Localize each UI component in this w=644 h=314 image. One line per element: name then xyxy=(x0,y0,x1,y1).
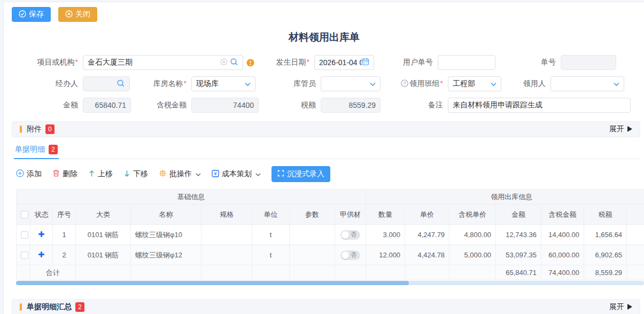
attachments-label: 附件 xyxy=(27,124,42,134)
expand-row-plus-icon[interactable] xyxy=(38,231,45,239)
owner-supplied-toggle[interactable]: 否 xyxy=(340,250,360,260)
expand-row-plus-icon[interactable] xyxy=(38,252,45,260)
date-value: 2026-01-04 0 xyxy=(319,58,361,67)
arrow-down-icon xyxy=(123,170,130,179)
clear-icon[interactable] xyxy=(220,58,228,67)
add-row-button[interactable]: 添加 xyxy=(16,169,42,179)
detail-tabs: 单据明细 2 xyxy=(14,145,640,159)
cell-owner-supplied: 否 xyxy=(335,245,366,265)
search-icon[interactable] xyxy=(117,79,125,89)
required-star: * xyxy=(184,79,187,88)
save-button[interactable]: 保存 xyxy=(12,7,51,22)
cell-qty[interactable]: 12.000 xyxy=(366,245,405,265)
cell-extra[interactable] xyxy=(627,245,644,265)
cell-param[interactable] xyxy=(290,245,335,265)
recipient-label: 领用人 xyxy=(501,79,550,89)
horizontal-scrollbar-thumb[interactable] xyxy=(16,281,409,285)
cell-checkbox xyxy=(17,225,30,245)
select-all-checkbox[interactable] xyxy=(21,211,28,218)
column-header: 单位 xyxy=(252,205,290,225)
orange-bar-icon xyxy=(20,125,22,133)
summary-section-bar: 单据明细汇总 2 展开 xyxy=(12,299,640,314)
info-icon[interactable] xyxy=(246,59,254,67)
cell-name[interactable]: 螺纹三级钢φ10 xyxy=(131,225,201,245)
total-amount-tax: 74,400.00 xyxy=(541,265,584,280)
search-icon[interactable] xyxy=(230,58,238,68)
row-checkbox[interactable] xyxy=(21,252,28,259)
detail-table-wrap: 基础信息领用出库信息状态序号大类名称规格单位参数甲供材数量单价含税单价金额含税金… xyxy=(16,189,644,285)
doc-no-label: 单号 xyxy=(495,58,561,67)
row-checkbox[interactable] xyxy=(21,231,28,239)
cost-planning-button[interactable]: ¥ 成本策划 xyxy=(212,169,261,179)
move-down-button[interactable]: 下移 xyxy=(123,169,148,179)
horizontal-scrollbar-track[interactable] xyxy=(16,281,644,285)
cell-seq[interactable]: 1 xyxy=(53,225,76,245)
cell-qty[interactable]: 3.000 xyxy=(366,225,405,245)
cell-tax[interactable]: 6,902.65 xyxy=(584,245,627,265)
recipient-select[interactable] xyxy=(550,76,624,91)
cell-amount_tax[interactable]: 14,400.00 xyxy=(541,225,584,245)
cell-category[interactable]: 0101 钢筋 xyxy=(76,245,131,265)
tab-detail[interactable]: 单据明细 2 xyxy=(14,145,59,159)
expand-label: 展开 xyxy=(609,302,624,312)
cell-spec[interactable] xyxy=(201,225,252,245)
warehouse-select[interactable]: 现场库 xyxy=(191,76,255,91)
calendar-icon[interactable] xyxy=(361,58,369,67)
trash-icon xyxy=(52,169,60,179)
cell-spec[interactable] xyxy=(201,245,252,265)
cell-price_tax[interactable]: 5,000.00 xyxy=(449,245,496,265)
remark-input[interactable]: 来自材料领用申请跟踪生成 xyxy=(448,98,631,113)
owner-supplied-toggle[interactable]: 否 xyxy=(340,230,360,240)
table-row: 10101 钢筋螺纹三级钢φ10t否3.0004,247.794,800.001… xyxy=(17,225,644,245)
svg-text:¥: ¥ xyxy=(213,171,217,176)
column-header: 大类 xyxy=(76,205,131,225)
cell-price[interactable]: 4,247.79 xyxy=(405,225,449,245)
user-no-input[interactable] xyxy=(438,55,495,70)
cell-unit[interactable]: t xyxy=(252,245,290,265)
chevron-down-icon xyxy=(491,80,496,88)
immersive-entry-button[interactable]: 沉浸式录入 xyxy=(271,166,330,182)
group-header-basic: 基础信息 xyxy=(17,190,366,205)
save-label: 保存 xyxy=(29,10,44,19)
cell-price_tax[interactable]: 4,800.00 xyxy=(449,225,496,245)
column-header xyxy=(17,205,30,225)
chevron-down-icon xyxy=(196,170,201,178)
date-input[interactable]: 2026-01-04 0 xyxy=(314,55,374,70)
cell-status xyxy=(30,225,53,245)
summary-expand-button[interactable]: 展开 xyxy=(609,302,632,312)
column-header: 单价 xyxy=(405,205,449,225)
delete-row-button[interactable]: 删除 xyxy=(52,169,77,179)
attachments-expand-button[interactable]: 展开 xyxy=(609,124,632,134)
detail-table: 基础信息领用出库信息状态序号大类名称规格单位参数甲供材数量单价含税单价金额含税金… xyxy=(16,189,644,280)
cell-category[interactable]: 0101 钢筋 xyxy=(76,225,131,245)
form-page: 保存 关闭 材料领用出库单 项目或机构* 金石大厦三期 发生日期* 2026-0… xyxy=(4,3,644,314)
cell-amount[interactable]: 12,743.36 xyxy=(496,225,541,245)
cell-seq[interactable]: 2 xyxy=(53,245,76,265)
cell-tax[interactable]: 1,656.64 xyxy=(584,225,627,245)
chevron-down-icon xyxy=(245,80,251,88)
tax-input: 8559.29 xyxy=(321,98,381,113)
project-input[interactable]: 金石大厦三期 xyxy=(83,55,243,70)
svg-text:?: ? xyxy=(403,81,406,86)
cell-param[interactable] xyxy=(290,225,335,245)
toggle-knob xyxy=(342,231,349,239)
cell-amount_tax[interactable]: 60,000.00 xyxy=(541,245,584,265)
cell-name[interactable]: 螺纹三级钢φ12 xyxy=(131,245,201,265)
question-circle-icon[interactable]: ? xyxy=(401,80,408,89)
close-button[interactable]: 关闭 xyxy=(58,7,97,22)
cell-price[interactable]: 4,424.78 xyxy=(405,245,449,265)
cell-extra[interactable] xyxy=(627,225,644,245)
cell-checkbox xyxy=(17,245,30,265)
team-select[interactable]: 工程部 xyxy=(448,76,501,91)
header-form: 项目或机构* 金石大厦三期 发生日期* 2026-01-04 0 用户单号 单号 xyxy=(16,55,644,113)
batch-operations-button[interactable]: 批操作 xyxy=(159,169,201,179)
handler-input[interactable] xyxy=(83,76,130,91)
column-header: 规格 xyxy=(201,205,252,225)
window-left-edge xyxy=(0,0,4,314)
cell-unit[interactable]: t xyxy=(252,225,290,245)
move-up-button[interactable]: 上移 xyxy=(88,169,113,179)
orange-bar-icon xyxy=(20,303,22,311)
cell-amount[interactable]: 53,097.35 xyxy=(496,245,541,265)
chevron-down-icon xyxy=(614,80,619,88)
keeper-select[interactable] xyxy=(321,76,381,91)
